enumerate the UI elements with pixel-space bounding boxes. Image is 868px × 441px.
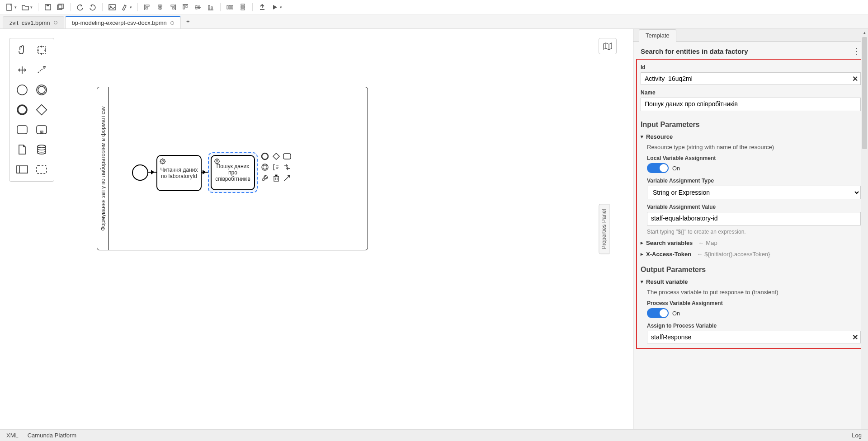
resource-title: Resource xyxy=(646,133,673,140)
vat-select[interactable]: String or Expression xyxy=(647,186,861,199)
redo-icon[interactable] xyxy=(87,1,99,13)
properties-panel-toggle[interactable]: Properties Panel xyxy=(599,204,610,254)
svg-rect-23 xyxy=(208,5,210,9)
lva-label: Local Variable Assignment xyxy=(647,155,861,161)
gateway-icon[interactable] xyxy=(32,101,51,119)
space-tool-icon[interactable] xyxy=(12,61,32,79)
distribute-v-icon[interactable] xyxy=(237,1,249,13)
props-scrollbar[interactable]: ▴ xyxy=(861,29,868,429)
connect-tool-icon[interactable] xyxy=(32,61,51,79)
svg-rect-15 xyxy=(172,8,175,9)
resource-collapser[interactable]: ▾ Resource xyxy=(641,133,861,140)
pva-toggle[interactable] xyxy=(647,308,669,318)
service-task-1[interactable]: Читання даних по laboratoryId xyxy=(156,155,202,191)
undo-icon[interactable] xyxy=(74,1,86,13)
subprocess-icon[interactable] xyxy=(32,121,51,139)
run-icon[interactable] xyxy=(269,1,281,13)
append-task-icon[interactable] xyxy=(283,152,292,161)
canvas[interactable]: Стартова форма Формування звіту по лабор… xyxy=(0,29,633,429)
svg-point-47 xyxy=(162,160,164,162)
align-right-icon[interactable] xyxy=(167,1,179,13)
vav-input[interactable]: staff-equal-laboratory-id xyxy=(647,212,861,225)
lva-toggle[interactable] xyxy=(647,163,669,173)
vav-hint: Start typing "${}" to create an expressi… xyxy=(647,229,861,235)
status-xml[interactable]: XML xyxy=(6,432,19,439)
file-tabbar: zvit_csv1.bpmn bp-modeling-excerpt-csv-d… xyxy=(0,14,868,29)
save-icon[interactable] xyxy=(42,1,54,13)
status-platform[interactable]: Camunda Platform xyxy=(28,432,76,439)
scroll-up-icon[interactable]: ▴ xyxy=(861,29,868,36)
append-gateway-icon[interactable] xyxy=(272,152,281,161)
result-var-collapser[interactable]: ▾ Result variable xyxy=(641,278,861,285)
data-store-icon[interactable] xyxy=(32,141,51,159)
sequence-flow-1[interactable] xyxy=(148,172,156,173)
search-vars-title: Search variables xyxy=(646,239,693,246)
status-log[interactable]: Log xyxy=(852,432,862,439)
result-var-title: Result variable xyxy=(646,278,688,285)
svg-rect-30 xyxy=(241,9,245,10)
append-intermediate-icon[interactable] xyxy=(260,163,269,172)
props-tab-template[interactable]: Template xyxy=(639,29,676,42)
align-top-icon[interactable] xyxy=(179,1,191,13)
start-event-icon[interactable] xyxy=(12,81,32,99)
align-middle-icon[interactable] xyxy=(192,1,204,13)
tab-label: bp-modeling-excerpt-csv-docx.bpmn xyxy=(72,19,167,26)
clear-id-icon[interactable]: ✕ xyxy=(852,75,858,83)
open-file-icon[interactable] xyxy=(19,1,31,13)
align-center-icon[interactable] xyxy=(154,1,166,13)
id-input[interactable] xyxy=(641,72,861,85)
group-icon[interactable] xyxy=(32,160,51,178)
new-file-icon[interactable] xyxy=(4,1,15,13)
search-vars-collapser[interactable]: ▸ Search variables ←Map xyxy=(641,239,861,246)
service-task-2-selected[interactable]: Пошук даних про співробітників xyxy=(208,152,258,193)
sequence-flow-2[interactable] xyxy=(202,172,208,173)
pool-icon[interactable] xyxy=(12,160,32,178)
highlight-caret[interactable]: ▾ xyxy=(130,5,132,9)
delete-icon[interactable] xyxy=(272,174,281,183)
run-caret[interactable]: ▾ xyxy=(280,5,282,9)
name-input[interactable]: Пошук даних про співробітників xyxy=(641,98,861,111)
svg-rect-39 xyxy=(17,126,27,134)
distribute-h-icon[interactable] xyxy=(224,1,236,13)
scroll-thumb[interactable] xyxy=(862,37,867,149)
vat-label: Variable Assignment Type xyxy=(647,178,861,184)
x-token-collapser[interactable]: ▸ X-Access-Token ←${initiator().accessTo… xyxy=(641,251,861,258)
save-all-icon[interactable] xyxy=(55,1,66,13)
svg-rect-51 xyxy=(273,153,279,160)
lva-state: On xyxy=(672,165,680,172)
deploy-icon[interactable] xyxy=(256,1,268,13)
svg-rect-27 xyxy=(231,5,233,9)
pool-header[interactable]: Формування звіту по лабораторіям в форма… xyxy=(97,87,109,250)
wrench-icon[interactable] xyxy=(260,174,269,183)
props-menu-icon[interactable]: ⋮ xyxy=(853,47,861,55)
image-icon[interactable] xyxy=(106,1,118,13)
tab-dirty-indicator xyxy=(54,21,57,24)
intermediate-event-icon[interactable] xyxy=(32,81,51,99)
task-label: Читання даних по laboratoryId xyxy=(159,167,199,179)
result-desc: The process variable to put response to … xyxy=(647,289,861,296)
minimap-toggle[interactable] xyxy=(599,38,617,54)
tab-file-2[interactable]: bp-modeling-excerpt-csv-docx.bpmn xyxy=(65,16,181,28)
start-event-node[interactable] xyxy=(132,164,148,181)
align-bottom-icon[interactable] xyxy=(205,1,217,13)
connect-icon[interactable] xyxy=(283,174,292,183)
open-file-caret[interactable]: ▾ xyxy=(30,5,33,9)
tab-file-1[interactable]: zvit_csv1.bpmn xyxy=(3,16,64,28)
tab-add-button[interactable]: + xyxy=(182,14,194,28)
align-left-icon[interactable] xyxy=(142,1,153,13)
change-type-icon[interactable] xyxy=(283,163,292,172)
highlight-icon[interactable] xyxy=(119,1,131,13)
task-icon[interactable] xyxy=(12,121,32,139)
append-end-event-icon[interactable] xyxy=(260,152,269,161)
end-event-icon[interactable] xyxy=(12,101,32,119)
data-object-icon[interactable] xyxy=(12,141,32,159)
apv-input[interactable] xyxy=(647,331,861,343)
lasso-tool-icon[interactable] xyxy=(32,41,51,59)
clear-apv-icon[interactable]: ✕ xyxy=(852,333,858,342)
svg-rect-8 xyxy=(146,5,149,6)
svg-rect-38 xyxy=(36,105,47,115)
output-params-header: Output Parameters xyxy=(641,266,861,274)
new-file-caret[interactable]: ▾ xyxy=(14,5,17,9)
annotation-icon[interactable] xyxy=(272,163,281,172)
hand-tool-icon[interactable] xyxy=(12,41,32,59)
